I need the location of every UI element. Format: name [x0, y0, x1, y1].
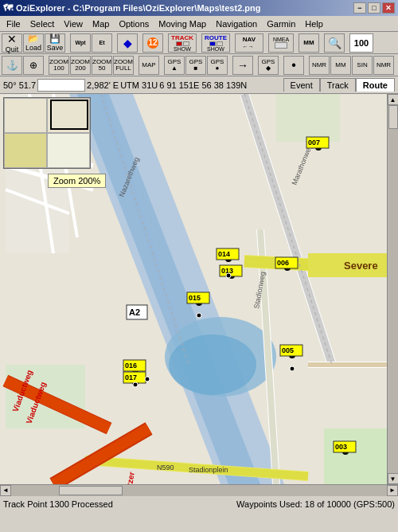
- toolbar1: ✕ Quit 📂 Load 💾 Save Wpt Et ◆ 12 TRACK: [0, 32, 398, 54]
- track-show-button[interactable]: TRACK SHOW: [168, 33, 197, 53]
- waypoint-button[interactable]: ◆: [117, 33, 138, 53]
- svg-text:014: 014: [218, 250, 230, 258]
- coord-separator: [37, 79, 85, 92]
- sin-button[interactable]: SIN: [352, 56, 373, 75]
- scroll-up-button[interactable]: ▲: [388, 94, 399, 105]
- menu-item-view[interactable]: View: [59, 18, 88, 30]
- toolbar2: ⚓ ⊕ ZOOM100 ZOOM200 ZOOM50 ZOOMFULL MAP …: [0, 54, 398, 76]
- svg-text:016: 016: [125, 362, 137, 370]
- mm2-button[interactable]: MM: [330, 56, 351, 75]
- coordbar-tabs: Event Track Route: [283, 78, 395, 92]
- svg-text:006: 006: [277, 259, 289, 267]
- nmea-button[interactable]: NMEA: [268, 33, 294, 53]
- scrollbar-right[interactable]: ▲ ▼: [387, 94, 398, 484]
- titlebar: 🗺 OziExplorer - C:\Program Files\OziExpl…: [0, 0, 398, 16]
- minimize-button[interactable]: −: [353, 2, 366, 14]
- titlebar-title: OziExplorer - C:\Program Files\OziExplor…: [16, 3, 260, 13]
- scroll-track[interactable]: [388, 105, 399, 473]
- wpt-button[interactable]: Wpt: [70, 33, 91, 53]
- statusbar: Track Point 1300 Processed Waypoints Use…: [0, 495, 398, 511]
- gps1-button[interactable]: GPS▲: [164, 56, 185, 75]
- close-button[interactable]: ✕: [382, 2, 395, 14]
- coord-text: 50° 51.7: [3, 80, 36, 90]
- minimap-cell-4: [47, 133, 90, 168]
- svg-rect-2: [324, 428, 392, 484]
- scroll-right-button[interactable]: ►: [387, 485, 398, 496]
- minimap-cell-2: [47, 98, 90, 133]
- scrollbar-bottom[interactable]: ◄ ►: [0, 484, 398, 495]
- menu-item-garmin[interactable]: Garmin: [262, 18, 300, 30]
- menu-item-map[interactable]: Map: [88, 18, 114, 30]
- quit-button[interactable]: ✕ Quit: [2, 33, 22, 53]
- map-button[interactable]: MAP: [139, 56, 159, 75]
- svg-text:A2: A2: [129, 307, 140, 317]
- app-icon: 🗺: [3, 2, 13, 14]
- zoom50-button[interactable]: ZOOM50: [92, 56, 112, 75]
- gps4-button[interactable]: GPS◆: [258, 56, 279, 75]
- coordbar: 50° 51.7 2,982' E UTM 31U 6 91 151E 56 3…: [0, 76, 398, 94]
- coord-east: 2,982' E: [87, 80, 119, 90]
- tab-route[interactable]: Route: [356, 78, 395, 92]
- menu-item-file[interactable]: File: [2, 18, 25, 30]
- target-button[interactable]: ⊕: [23, 56, 44, 75]
- status-right: Waypoints Used: 18 of 10000 (GPS:500): [236, 499, 395, 509]
- minimap: [3, 97, 91, 169]
- svg-point-73: [197, 313, 201, 318]
- utm-coords: 6 91 151E 56 38 139N: [159, 80, 247, 90]
- nmr-button[interactable]: NMR: [309, 56, 330, 75]
- svg-text:017: 017: [125, 374, 137, 381]
- svg-point-72: [226, 273, 231, 278]
- minimap-cell-1: [4, 98, 47, 133]
- svg-text:N590: N590: [157, 464, 174, 471]
- gps3-button[interactable]: GPS●: [207, 56, 228, 75]
- svg-text:Severe: Severe: [344, 260, 378, 272]
- scroll-thumb[interactable]: [388, 105, 398, 129]
- maximize-button[interactable]: □: [368, 2, 380, 14]
- mm-button[interactable]: MM: [298, 33, 319, 53]
- menu-item-navigation[interactable]: Navigation: [211, 18, 262, 30]
- menu-item-moving map[interactable]: Moving Map: [154, 18, 211, 30]
- svg-rect-3: [276, 94, 340, 142]
- titlebar-left: 🗺 OziExplorer - C:\Program Files\OziExpl…: [3, 2, 260, 14]
- svg-text:005: 005: [282, 346, 294, 354]
- menu-item-options[interactable]: Options: [114, 18, 154, 30]
- load-button[interactable]: 📂 Load: [23, 33, 44, 53]
- coord-display: 50° 51.7 2,982' E UTM 31U 6 91 151E 56 3…: [3, 79, 280, 92]
- scroll-left-button[interactable]: ◄: [0, 485, 11, 496]
- route-show-button[interactable]: ROUTE SHOW: [201, 33, 230, 53]
- nmr2-button[interactable]: NMR: [373, 56, 394, 75]
- nav-button[interactable]: NAV←→: [235, 33, 263, 53]
- status-left: Track Point 1300 Processed: [3, 499, 113, 509]
- svg-text:015: 015: [189, 294, 201, 302]
- svg-text:003: 003: [335, 443, 347, 451]
- menu-item-select[interactable]: Select: [25, 18, 60, 30]
- titlebar-controls[interactable]: − □ ✕: [353, 2, 395, 14]
- svg-point-74: [290, 366, 295, 371]
- minimap-cell-3: [4, 133, 47, 168]
- save-button[interactable]: 💾 Save: [45, 33, 65, 53]
- svg-text:Stadionplein: Stadionplein: [189, 466, 228, 474]
- tab-track[interactable]: Track: [320, 78, 356, 92]
- zoom-100-display: 100: [349, 33, 373, 53]
- dot-button[interactable]: •: [283, 56, 304, 75]
- et-button[interactable]: Et: [92, 33, 112, 53]
- svg-point-76: [145, 377, 150, 381]
- menu-item-help[interactable]: Help: [300, 18, 328, 30]
- arrow-button[interactable]: →: [232, 56, 253, 75]
- zoom100-button[interactable]: ZOOM100: [49, 56, 69, 75]
- svg-point-75: [133, 382, 138, 387]
- map-container[interactable]: Severe A2 Nazarethweg Marathonw: [0, 94, 398, 484]
- zoom-full-button[interactable]: ZOOMFULL: [113, 56, 134, 75]
- gps2-button[interactable]: GPS■: [185, 56, 206, 75]
- scroll-down-button[interactable]: ▼: [388, 473, 399, 484]
- tab-event[interactable]: Event: [283, 78, 320, 92]
- svg-text:007: 007: [308, 139, 320, 147]
- zoom-tooltip: Zoom 200%: [48, 174, 106, 188]
- utm-text: UTM 31U: [120, 80, 158, 90]
- search-button[interactable]: 🔍: [324, 33, 345, 53]
- anchor-button[interactable]: ⚓: [2, 56, 22, 75]
- track-number-button[interactable]: 12: [142, 33, 163, 53]
- menubar: FileSelectViewMapOptionsMoving MapNaviga…: [0, 16, 398, 32]
- zoom200-button[interactable]: ZOOM200: [70, 56, 91, 75]
